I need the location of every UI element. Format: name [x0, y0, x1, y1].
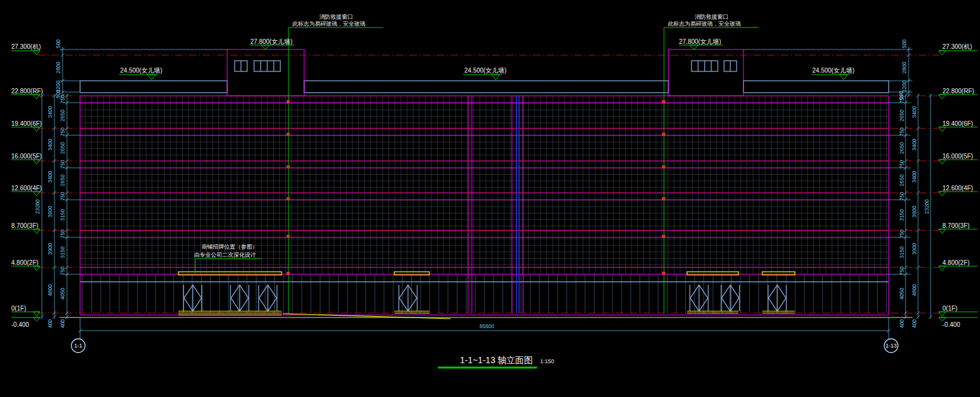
dim: 2800 [55, 61, 61, 73]
level-27300: 27.300(机) [942, 43, 972, 50]
level-markers-right: 27.300(机) 22.800(RF) 19.400(6F) 16.000(5… [939, 43, 977, 328]
cad-viewport[interactable]: 消防救援窗口 此标志为易碎玻璃，安全玻璃 消防救援窗口 此标志为易碎玻璃，安全玻… [0, 0, 980, 397]
dim: 3400 [911, 171, 917, 183]
dim: 400 [899, 319, 905, 328]
level-0: 0(1F) [11, 305, 26, 312]
axis-bubble-left: 1-1 [71, 339, 85, 353]
level-24500: 24.500(女儿墙) [120, 67, 162, 74]
dim: 3900 [47, 243, 53, 255]
dim: 750 [899, 160, 905, 168]
level-12600: 12.600(4F) [11, 185, 42, 192]
dim: 400 [911, 319, 917, 328]
parapet-labels: 27.800(女儿墙) 27.800(女儿墙) 24.500(女儿墙) 24.5… [119, 38, 854, 80]
dim: 750 [59, 160, 66, 168]
dim: 400 [47, 319, 53, 328]
dim: 750 [59, 229, 66, 238]
penthouse-right [668, 49, 743, 96]
dim: 2650 [899, 142, 905, 154]
dim: 750 [59, 95, 66, 103]
level-markers-left: 27.300(机) 22.800(RF) 19.400(6F) 16.000(5… [11, 43, 43, 328]
drawing-title: 1-1~1-13 轴立面图 1:150 [438, 355, 554, 368]
dim: 2650 [59, 174, 66, 186]
level-12600: 12.600(4F) [942, 185, 973, 192]
dim-total-height: 23200 [924, 199, 930, 214]
dim: 3900 [47, 205, 53, 217]
dim: 750 [899, 192, 905, 200]
fire-note-line2: 此标志为易碎玻璃，安全玻璃 [668, 21, 741, 27]
dim: 4050 [899, 287, 905, 299]
level-27800: 27.800(女儿墙) [250, 38, 292, 45]
level-4800: 4.800(2F) [942, 259, 969, 266]
level-8700: 8.700(3F) [942, 222, 969, 229]
dim-text-left: 500 2800 1200 500 750 2650 750 2650 750 … [34, 39, 66, 328]
level-24500: 24.500(女儿墙) [812, 67, 854, 74]
dim: 3150 [59, 246, 66, 258]
dim: 2650 [899, 110, 905, 121]
parapet-band [80, 81, 889, 93]
level-16000: 16.000(5F) [11, 153, 42, 160]
dim: 3150 [899, 209, 905, 221]
penthouse-left [227, 49, 304, 96]
level-neg0400: -0.400 [942, 321, 961, 328]
dim: 400 [59, 319, 66, 328]
level-4800: 4.800(2F) [11, 259, 38, 266]
dim: 3900 [911, 243, 917, 255]
dim: 4800 [911, 284, 917, 296]
axis-label: 1-13 [886, 343, 897, 349]
dim: 2650 [899, 174, 905, 186]
level-19400: 19.400(6F) [942, 120, 973, 127]
level-27800: 27.800(女儿墙) [679, 38, 721, 45]
window-band-5f [80, 135, 889, 161]
dim: 750 [59, 266, 66, 275]
dim-text-right: 500 2800 1200 500 750 2650 750 2650 750 … [898, 39, 930, 328]
axis-bubble-right: 1-13 [884, 339, 898, 353]
window-band-4f [80, 168, 889, 193]
dim: 500 [901, 39, 907, 48]
level-19400: 19.400(6F) [11, 120, 42, 127]
dim: 750 [59, 127, 66, 136]
level-neg0400: -0.400 [11, 321, 29, 328]
dim: 4800 [47, 284, 53, 296]
dim: 3900 [911, 205, 917, 217]
title-scale: 1:150 [540, 358, 554, 364]
storefront [80, 274, 889, 313]
dim: 750 [899, 266, 905, 275]
level-16000: 16.000(5F) [942, 153, 973, 160]
window-band-6f [80, 103, 889, 128]
dim: 1200 [901, 80, 907, 92]
dim: 500 [55, 39, 61, 48]
dim: 3400 [911, 138, 917, 150]
level-8700: 8.700(3F) [11, 222, 38, 229]
dim: 3400 [47, 171, 53, 183]
dim: 750 [899, 127, 905, 136]
fire-note-line1: 消防救援窗口 [319, 14, 353, 20]
dim: 750 [899, 229, 905, 238]
elevation-drawing: 消防救援窗口 此标志为易碎玻璃，安全玻璃 消防救援窗口 此标志为易碎玻璃，安全玻… [0, 0, 980, 397]
dim: 3400 [47, 106, 53, 118]
shop-note-line2: 由专业公司二次深化设计 [194, 252, 256, 258]
axis-label: 1-1 [74, 343, 82, 349]
dim: 3400 [911, 106, 917, 118]
dim: 2800 [901, 61, 907, 73]
dim: 4050 [59, 287, 66, 299]
dim: 3150 [59, 209, 66, 221]
level-27300: 27.300(机) [11, 43, 41, 50]
dim-total-width: 85600 [479, 323, 494, 329]
title-text: 1-1~1-13 轴立面图 [460, 355, 533, 365]
level-22800: 22.800(RF) [11, 88, 43, 95]
level-24500: 24.500(女儿墙) [464, 67, 506, 74]
level-22800: 22.800(RF) [942, 88, 974, 95]
level-0: 0(1F) [942, 305, 957, 312]
window-band-3f [80, 200, 889, 230]
dim: 2650 [59, 110, 66, 121]
shop-note-line1: 商铺招牌位置（参图） [202, 244, 258, 250]
fire-note-line2: 此标志为易碎玻璃，安全玻璃 [292, 21, 365, 27]
dim: 750 [899, 95, 905, 103]
dim: 3400 [47, 138, 53, 150]
dim: 3150 [899, 246, 905, 258]
dim: 2650 [59, 142, 66, 154]
dim: 750 [59, 192, 66, 200]
dim-total-height: 23200 [34, 199, 41, 214]
fire-note-line1: 消防救援窗口 [695, 14, 728, 20]
bottom-dimension: 85600 [78, 317, 891, 339]
